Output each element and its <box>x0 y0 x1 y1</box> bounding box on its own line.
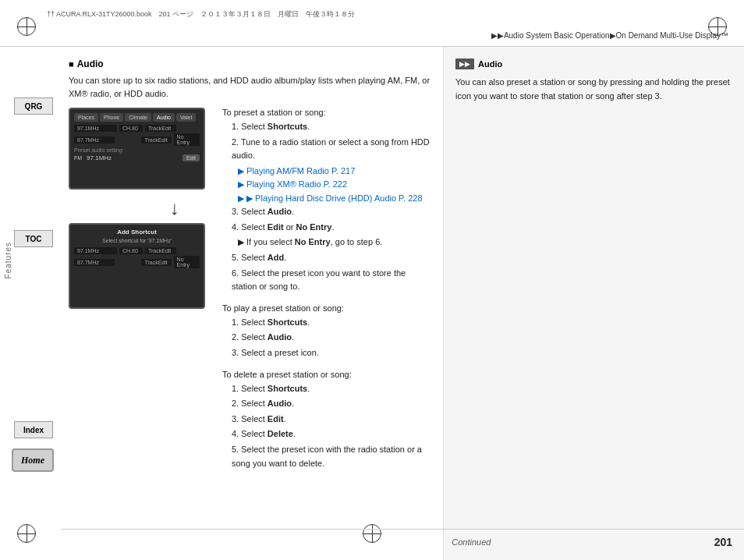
screen-freq-1: 97.1MHz <box>74 125 117 132</box>
delete-step-3: 3. Select Edit. <box>222 413 431 427</box>
left-column: Audio You can store up to six radio stat… <box>61 47 443 560</box>
delete-intro: To delete a preset station or song: <box>222 370 431 379</box>
play-step-2: 2. Select Audio. <box>222 331 431 345</box>
section-title: Audio <box>69 58 431 69</box>
screen-nav-audio: Audio <box>153 113 175 122</box>
screen-track-2: TrackEdit <box>141 136 171 144</box>
screen-nav-places: Places <box>74 113 98 122</box>
screen-edit-btn: Edit <box>182 154 200 161</box>
screen2-freq-1: 97.1MHz <box>74 247 117 254</box>
sidebar-features-label: Features <box>4 242 12 278</box>
screen-mockup-2: Add Shortcut Select shortcut for '97.1MH… <box>69 223 205 309</box>
screen-nav-climate: Climate <box>125 113 151 122</box>
note-text: You can also preset a station or song by… <box>455 76 732 103</box>
preset-step-5: 5. Select Add. <box>222 251 431 265</box>
preset-step-2: 2. Tune to a radio station or select a s… <box>222 136 431 163</box>
screen-freq-2: 87.7MHz <box>74 136 115 144</box>
note-arrow-icon: ▶▶ <box>455 58 474 69</box>
preset-step-6: 6. Select the preset icon you want to st… <box>222 267 431 294</box>
screens-column: Places Phone Climate Audio Valet 97.1MHz… <box>69 108 213 480</box>
delete-step-2: 2. Select Audio. <box>222 397 431 411</box>
screen-track-1: TrackEdit <box>145 125 176 132</box>
screen-nav-valet: Valet <box>176 113 196 122</box>
screen2-noentry: No Entry <box>174 256 200 268</box>
footer: Continued 201 <box>61 529 744 548</box>
screen-setting-label: Preset audio setting <box>74 147 200 153</box>
sidebar-item-qrg[interactable]: QRG <box>14 97 53 115</box>
preset-substep-3[interactable]: ▶ Playing Hard Disc Drive (HDD) Audio P.… <box>222 192 431 205</box>
screen2-row-2: 87.7MHz TrackEdit No Entry <box>74 256 200 268</box>
note-header: ▶▶ Audio <box>455 58 732 69</box>
screen-row-1: 97.1MHz CH.80 TrackEdit <box>74 125 200 132</box>
right-column: ▶▶ Audio You can also preset a station o… <box>443 47 744 560</box>
intro-text: You can store up to six radio stations, … <box>69 74 431 100</box>
screen-nav: Places Phone Climate Audio Valet <box>74 113 200 122</box>
note-title: Audio <box>478 59 502 69</box>
header: †† ACURA RLX-31TY26000.book 201 ページ ２０１３… <box>0 0 744 47</box>
screen-noentry: No Entry <box>174 133 200 146</box>
content-area: Places Phone Climate Audio Valet 97.1MHz… <box>69 108 431 480</box>
page-number: 201 <box>714 536 732 548</box>
screen-freq-display: 97.1MHz <box>87 154 182 161</box>
screen-mockup-1: Places Phone Climate Audio Valet 97.1MHz… <box>69 108 205 190</box>
play-section: To play a preset station or song: 1. Sel… <box>222 303 431 360</box>
delete-step-4: 4. Select Delete. <box>222 427 431 441</box>
file-info: †† ACURA RLX-31TY26000.book 201 ページ ２０１３… <box>47 9 355 19</box>
screen2-track-2: TrackEdit <box>141 259 171 266</box>
sidebar-item-toc[interactable]: TOC <box>14 230 53 247</box>
screen2-row-1: 97.1MHz CH.80 TrackEdit <box>74 247 200 254</box>
breadcrumb: ▶▶Audio System Basic Operation▶On Demand… <box>491 31 728 40</box>
preset-substep-2[interactable]: Playing XM® Radio P. 222 <box>222 178 431 191</box>
down-arrow-icon: ↓ <box>69 197 213 219</box>
delete-section: To delete a preset station or song: 1. S… <box>222 370 431 471</box>
corner-mark-bl <box>17 524 36 543</box>
home-button[interactable]: Home <box>12 448 54 472</box>
play-step-3: 3. Select a preset icon. <box>222 346 431 360</box>
screen-nav-phone: Phone <box>100 113 123 122</box>
play-intro: To play a preset station or song: <box>222 303 431 313</box>
steps-column: To preset a station or song: 1. Select S… <box>222 108 431 480</box>
preset-substep-noentry: ▶ If you select No Entry, go to step 6. <box>222 236 431 250</box>
preset-section: To preset a station or song: 1. Select S… <box>222 108 431 294</box>
preset-step-4: 4. Select Edit or No Entry. <box>222 221 431 235</box>
screen2-freq-2: 87.7MHz <box>74 259 115 266</box>
main-content: Audio You can store up to six radio stat… <box>61 47 744 560</box>
sidebar-item-index[interactable]: Index <box>14 421 53 438</box>
play-step-1: 1. Select Shortcuts. <box>222 316 431 330</box>
screen-fm: FM <box>74 155 82 161</box>
screen2-ch-1: CH.80 <box>119 247 143 254</box>
screen-ch-1: CH.80 <box>119 125 143 132</box>
screen2-subtitle: Select shortcut for '97.1MHz' <box>74 238 200 243</box>
screen2-title: Add Shortcut <box>74 229 200 236</box>
preset-step-1: 1. Select Shortcuts. <box>222 120 431 134</box>
preset-step-3: 3. Select Audio. <box>222 205 431 219</box>
screen2-track-1: TrackEdit <box>145 247 176 254</box>
screen-bottom-row: FM 97.1MHz Edit <box>74 154 200 161</box>
continued-label: Continued <box>452 537 491 547</box>
delete-step-1: 1. Select Shortcuts. <box>222 382 431 396</box>
delete-step-5: 5. Select the preset icon with the radio… <box>222 443 431 470</box>
screen-row-2: 87.7MHz TrackEdit No Entry <box>74 133 200 146</box>
preset-intro: To preset a station or song: <box>222 108 431 117</box>
preset-substep-1[interactable]: Playing AM/FM Radio P. 217 <box>222 165 431 178</box>
